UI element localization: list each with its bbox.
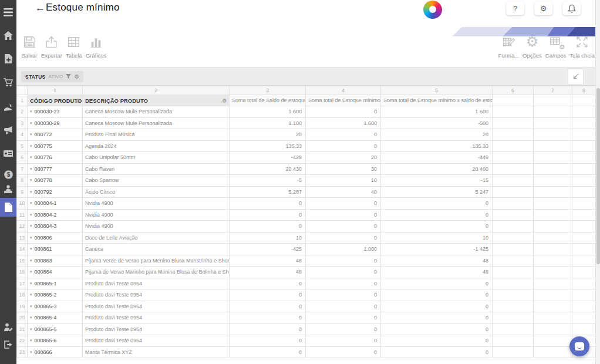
min-vs-balance-cell[interactable]: 0 (381, 301, 493, 312)
empty-cell[interactable] (493, 175, 534, 187)
col-header-minimo-x-saldo[interactable]: Soma total de Estoque mínimo x saldo de … (381, 95, 493, 106)
product-description-cell[interactable]: Produto davi Teste 0954 (83, 301, 230, 312)
dropdown-icon[interactable]: ▾ (30, 190, 32, 194)
empty-cell[interactable] (572, 301, 596, 312)
col-header-descricao-produto[interactable]: DESCRIÇÃO PRODUTO⚙ (83, 95, 230, 106)
product-code-cell[interactable]: ▾000778 (28, 175, 83, 187)
row-number[interactable]: 15 (17, 255, 28, 267)
product-description-cell[interactable]: Pijama Verde de Verao para Menino Blusa … (83, 255, 230, 267)
stock-balance-cell[interactable]: 135,33 (230, 140, 306, 152)
notifications-button[interactable] (562, 2, 581, 15)
dropdown-icon[interactable]: ▾ (30, 213, 32, 217)
empty-cell[interactable] (493, 129, 534, 141)
empty-cell[interactable] (534, 267, 572, 278)
min-vs-balance-cell[interactable]: 0 (381, 198, 493, 210)
min-stock-cell[interactable]: 0 (306, 301, 381, 312)
empty-cell[interactable] (493, 312, 534, 324)
empty-cell[interactable] (493, 278, 534, 289)
product-description-cell[interactable]: Produto davi Teste 0954 (83, 312, 230, 324)
empty-cell[interactable] (572, 163, 596, 175)
scrollbar-thumb[interactable] (596, 88, 600, 264)
export-button[interactable]: Exportar (39, 33, 64, 59)
empty-cell[interactable] (493, 163, 534, 175)
column-number[interactable]: 5 (381, 86, 493, 95)
product-description-cell[interactable]: Cabo Unipolar 50mm (83, 152, 230, 164)
min-vs-balance-cell[interactable]: 1 600 (381, 106, 493, 118)
min-stock-cell[interactable]: 0 (306, 289, 381, 301)
stock-balance-cell[interactable]: -429 (230, 152, 306, 164)
row-number[interactable]: 6 (17, 152, 28, 164)
product-description-cell[interactable]: Caneca Moscow Mule Personalizada (83, 106, 230, 118)
min-vs-balance-cell[interactable]: -449 (381, 152, 493, 164)
column-number[interactable]: 6 (493, 86, 534, 95)
empty-cell[interactable] (493, 255, 534, 267)
min-stock-cell[interactable]: 0 (306, 129, 381, 141)
row-number[interactable]: 12 (17, 221, 28, 232)
empty-cell[interactable] (493, 289, 534, 301)
row-number[interactable]: 9 (17, 186, 28, 198)
empty-cell[interactable] (493, 106, 534, 118)
empty-cell[interactable] (572, 244, 596, 255)
product-code-cell[interactable]: ▾000865-3 (28, 301, 83, 312)
dropdown-icon[interactable]: ▾ (30, 121, 32, 125)
dropdown-icon[interactable]: ▾ (30, 178, 32, 182)
column-number[interactable]: 3 (230, 86, 306, 95)
empty-cell[interactable] (572, 312, 596, 324)
dropdown-icon[interactable]: ▾ (30, 281, 32, 285)
stock-balance-cell[interactable]: 0 (230, 209, 306, 221)
empty-cell[interactable] (572, 221, 596, 232)
product-description-cell[interactable]: Ácido Cítrico (83, 186, 230, 198)
row-number[interactable]: 10 (17, 198, 28, 210)
row-number[interactable]: 1 (17, 95, 28, 106)
min-vs-balance-cell[interactable]: 0 (381, 289, 493, 301)
min-vs-balance-cell[interactable]: 135.33 (381, 140, 493, 152)
empty-cell[interactable] (493, 95, 534, 106)
product-code-cell[interactable]: ▾000861 (28, 244, 83, 255)
col-header-saldo-estoque[interactable]: Soma total de Saldo de estoque (230, 95, 306, 106)
stock-balance-cell[interactable]: 0 (230, 301, 306, 312)
min-stock-cell[interactable]: 0 (306, 255, 381, 267)
gear-icon[interactable]: ⚙ (75, 97, 80, 104)
col-header-estoque-minimo[interactable]: Soma total de Estoque mínimo (306, 95, 381, 106)
empty-cell[interactable] (493, 209, 534, 221)
min-stock-cell[interactable]: 0 (306, 106, 381, 118)
gear-icon[interactable]: ⚙ (74, 73, 79, 80)
min-stock-cell[interactable]: 0 (306, 335, 381, 347)
stock-balance-cell[interactable]: 20 (230, 129, 306, 141)
product-description-cell[interactable]: Produto davi Teste 0954 (83, 278, 230, 289)
empty-cell[interactable] (572, 175, 596, 187)
charts-button[interactable]: Gráficos (84, 33, 108, 59)
status-filter-chip[interactable]: STATUS ATIVO ⚙ (21, 71, 83, 82)
sidebar-item-reports[interactable] (0, 198, 16, 217)
dropdown-icon[interactable]: ▾ (30, 304, 32, 308)
empty-cell[interactable] (534, 255, 572, 267)
min-stock-cell[interactable]: 40 (306, 186, 381, 198)
empty-cell[interactable] (572, 129, 596, 141)
empty-cell[interactable] (534, 117, 572, 129)
empty-cell[interactable] (572, 323, 596, 335)
empty-cell[interactable] (534, 129, 572, 141)
product-description-cell[interactable]: Agenda 2024 (83, 140, 230, 152)
row-number[interactable]: 17 (17, 278, 28, 289)
product-code-cell[interactable]: ▾000804-2 (28, 209, 83, 221)
min-vs-balance-cell[interactable]: 0 (381, 312, 493, 324)
product-code-cell[interactable]: ▾000865-4 (28, 312, 83, 324)
row-number[interactable]: 11 (17, 209, 28, 221)
options-button[interactable]: ⚙ Opções (521, 33, 544, 59)
sidebar-item-purchases[interactable] (0, 77, 16, 87)
gear-icon[interactable]: ⚙ (222, 97, 227, 104)
empty-cell[interactable] (493, 221, 534, 232)
empty-cell[interactable] (493, 346, 534, 358)
dropdown-icon[interactable]: ▾ (30, 315, 32, 319)
empty-cell[interactable] (493, 335, 534, 347)
min-stock-cell[interactable]: 0 (306, 312, 381, 324)
stock-balance-cell[interactable]: -5 (230, 175, 306, 187)
empty-cell[interactable] (534, 301, 572, 312)
row-number[interactable]: 18 (17, 289, 28, 301)
min-stock-cell[interactable]: 30 (306, 163, 381, 175)
min-vs-balance-cell[interactable]: 0 (381, 278, 493, 289)
stock-balance-cell[interactable]: 0 (230, 323, 306, 335)
min-stock-cell[interactable]: 0 (306, 232, 381, 244)
empty-cell[interactable] (493, 152, 534, 164)
dropdown-icon[interactable]: ▾ (30, 224, 32, 228)
